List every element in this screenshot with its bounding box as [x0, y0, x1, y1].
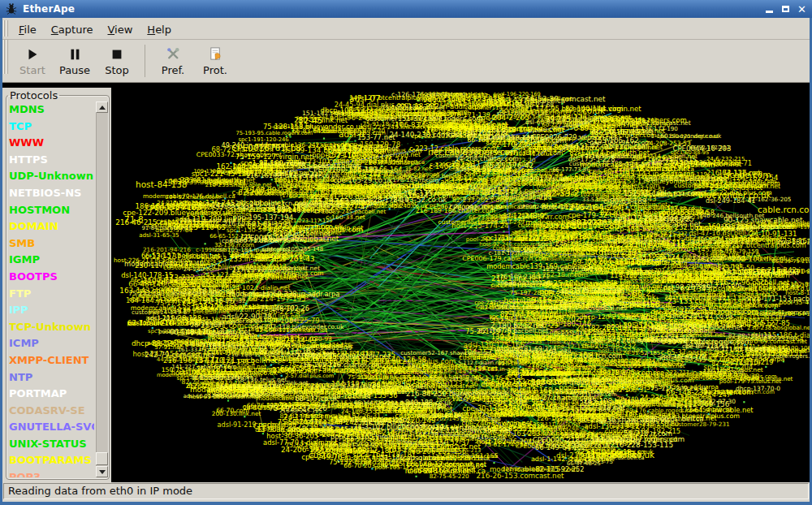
- menu-capture[interactable]: Capture: [44, 21, 101, 38]
- svg-text:host-30-36-205: host-30-36-205: [266, 432, 318, 440]
- svg-text:66-52-157-212: 66-52-157-212: [690, 145, 730, 151]
- protocols-frame: Protocols MDNSTCPWWWHTTPSUDP-UnknownNETB…: [6, 89, 110, 480]
- svg-text:88-173.com: 88-173.com: [613, 120, 648, 127]
- node-label[interactable]: scape.com: [725, 170, 771, 179]
- start-button[interactable]: Start: [12, 41, 53, 80]
- scroll-up-button[interactable]: [96, 101, 108, 113]
- node-label[interactable]: adsl-69: [640, 312, 672, 322]
- protocols-scrollbar[interactable]: [96, 101, 108, 477]
- node-label[interactable]: customer13081: [532, 351, 599, 360]
- node-label[interactable]: cable.rcn.co: [758, 205, 810, 214]
- svg-text:245-39.blueyonder.co.uk: 245-39.blueyonder.co.uk: [368, 374, 442, 382]
- pref-button[interactable]: Pref.: [153, 41, 193, 80]
- protocol-item-hostmon: HOSTMON: [9, 202, 94, 219]
- node-label[interactable]: co.uk: [582, 106, 606, 115]
- svg-text:spc1-28-178-19: spc1-28-178-19: [355, 196, 409, 204]
- node-label[interactable]: net.cable.rogers.com: [428, 147, 518, 157]
- svg-text:82-60-214-212: 82-60-214-212: [490, 380, 543, 388]
- svg-text:adsl-59-58-163: adsl-59-58-163: [626, 225, 677, 233]
- protocol-item-www: WWW: [9, 135, 94, 152]
- svg-text:66-253-84-199: 66-253-84-199: [280, 365, 330, 373]
- pause-icon: [67, 46, 82, 63]
- menu-items: FileCaptureViewHelp: [11, 21, 179, 37]
- protocol-item-igmp: IGMP: [9, 252, 94, 269]
- node-label[interactable]: 82-45: [298, 115, 322, 125]
- node-label[interactable]: 71-8: [124, 214, 144, 224]
- protocol-item-unix-status: UNIX-STATUS: [9, 436, 94, 453]
- node-label[interactable]: CPE0016761cb8: [231, 143, 301, 153]
- menu-help[interactable]: Help: [140, 21, 179, 38]
- protocol-item-mdns: MDNS: [9, 101, 94, 119]
- protocol-item-https: HTTPS: [9, 152, 94, 169]
- minimize-icon: [766, 11, 773, 13]
- status-message: Reading data from eth0 in IP mode: [3, 483, 809, 499]
- node-label[interactable]: 66-2: [632, 288, 651, 298]
- svg-text:adsl-96-242-159: adsl-96-242-159: [330, 114, 387, 122]
- svg-text:66-159-239-203: 66-159-239-203: [417, 110, 469, 117]
- svg-text:spc1-25-7-204: spc1-25-7-204: [704, 363, 754, 371]
- svg-text:ppp-78-62-19: ppp-78-62-19: [233, 162, 279, 170]
- protocol-item-ftp: FTP: [9, 286, 94, 303]
- scrollbar-thumb[interactable]: [96, 452, 108, 465]
- svg-text:dsl-151-47.cable.rcn.com: dsl-151-47.cable.rcn.com: [564, 143, 648, 151]
- menu-file[interactable]: File: [11, 21, 44, 38]
- toolbar-grip-handle[interactable]: [3, 40, 9, 74]
- node-label[interactable]: absglobal.net: [481, 97, 538, 107]
- pause-button[interactable]: Pause: [54, 41, 95, 80]
- svg-text:24-91-85-159: 24-91-85-159: [241, 220, 287, 228]
- node-label[interactable]: dsl-sta: [498, 169, 526, 179]
- node-label[interactable]: 216-164-2: [568, 202, 612, 212]
- svg-text:dhcp-137-70-0: dhcp-137-70-0: [736, 385, 780, 392]
- svg-text:adsl-1-37-208: adsl-1-37-208: [441, 178, 488, 186]
- svg-text:cpe-62-79-175: cpe-62-79-175: [604, 331, 646, 338]
- svg-text:82-250-126.shawcable.net: 82-250-126.shawcable.net: [486, 140, 558, 146]
- node-label[interactable]: gehomedsl.co.uk: [582, 450, 655, 460]
- svg-text:64-1.comcast.net: 64-1.comcast.net: [613, 204, 671, 211]
- svg-text:66-149-64-152: 66-149-64-152: [535, 443, 586, 451]
- svg-text:216-151-36-75: 216-151-36-75: [182, 297, 235, 305]
- network-graph-canvas[interactable]: CPE001-29-162c-171-215-219ppp-123-101.ca…: [111, 88, 810, 482]
- protocol-item-icmp: ICMP: [9, 335, 94, 352]
- node-label[interactable]: adsl-d: [339, 130, 365, 140]
- title-bar[interactable]: EtherApe ✕: [0, 0, 812, 18]
- node-label[interactable]: host-84-138: [136, 179, 188, 189]
- node-label[interactable]: spc1-4e: [493, 397, 526, 407]
- tools-icon: [166, 46, 181, 63]
- node-label[interactable]: blueyonder.co.uk: [698, 190, 772, 200]
- svg-text:dhcp-65-162-162: dhcp-65-162-162: [417, 412, 464, 419]
- svg-text:CPE00241-180.cable.rogers.com: CPE00241-180.cable.rogers.com: [178, 316, 277, 323]
- toolbar-button-label: Pref.: [162, 64, 184, 76]
- node-label[interactable]: adsl-75-53: [636, 257, 681, 266]
- svg-text:spc1-251-72-20: spc1-251-72-20: [488, 157, 536, 164]
- menubar-grip-handle[interactable]: [3, 20, 9, 37]
- node-label[interactable]: 82-39-2: [546, 188, 579, 198]
- node-label[interactable]: adsl-07: [349, 93, 381, 103]
- node-label[interactable]: CPE0017ee8d: [560, 221, 620, 231]
- svg-text:CPE0088-204.in-addr.arpa: CPE0088-204.in-addr.arpa: [147, 222, 218, 229]
- stop-button[interactable]: Stop: [97, 41, 137, 80]
- minimize-button[interactable]: [762, 3, 776, 15]
- svg-text:18-232.in-addr.arpa: 18-232.in-addr.arpa: [414, 102, 482, 110]
- prot-button[interactable]: Prot.: [195, 41, 235, 80]
- svg-text:82-54-38.link.net: 82-54-38.link.net: [356, 388, 408, 395]
- node-label[interactable]: 75-8: [552, 367, 572, 377]
- menu-view[interactable]: View: [100, 21, 140, 38]
- node-label[interactable]: c-24-129-4: [654, 274, 700, 284]
- svg-text:host-6-0.net: host-6-0.net: [767, 347, 806, 355]
- svg-text:pool-127-45-178: pool-127-45-178: [311, 425, 362, 433]
- node-label[interactable]: 24-58: [636, 299, 660, 309]
- maximize-button[interactable]: [779, 3, 793, 15]
- svg-text:58-61.cable.rogers.com: 58-61.cable.rogers.com: [191, 374, 253, 381]
- protocols-sidebar: Protocols MDNSTCPWWWHTTPSUDP-UnknownNETB…: [2, 88, 111, 482]
- protocols-frame-title: Protocols: [8, 89, 59, 101]
- scroll-down-button[interactable]: [96, 466, 108, 477]
- svg-text:169-162.rr.com: 169-162.rr.com: [702, 371, 745, 378]
- node-label[interactable]: customer: [309, 450, 349, 460]
- node-label[interactable]: customer2795: [581, 247, 642, 257]
- node-label[interactable]: 49m.addr.arpa: [382, 180, 444, 190]
- protocols-list[interactable]: MDNSTCPWWWHTTPSUDP-UnknownNETBIOS-NSHOST…: [9, 101, 94, 477]
- svg-text:220-73.verizon.net: 220-73.verizon.net: [330, 149, 385, 156]
- svg-text:35-82.net: 35-82.net: [404, 166, 430, 172]
- close-button[interactable]: ✕: [795, 3, 809, 15]
- svg-text:75-220-91-177: 75-220-91-177: [356, 406, 395, 412]
